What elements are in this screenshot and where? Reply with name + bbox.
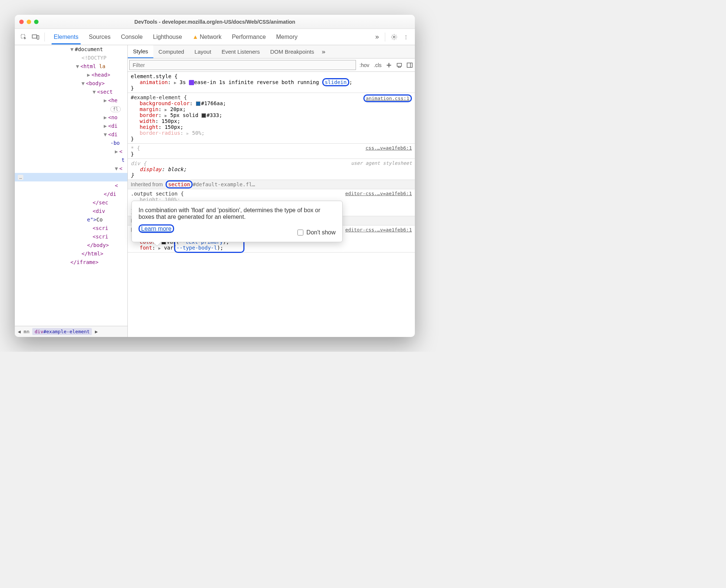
dont-show-checkbox[interactable]	[297, 230, 303, 235]
dom-node[interactable]: </iframe>	[15, 258, 127, 267]
dom-node[interactable]: ▼<body>	[15, 79, 127, 88]
expand-icon[interactable]: ▶	[164, 107, 167, 112]
easing-icon[interactable]	[189, 80, 194, 85]
source-link[interactable]: animation.css:1	[363, 94, 412, 102]
filter-row: :hov .cls	[128, 59, 415, 72]
tab-console[interactable]: Console	[116, 30, 148, 44]
dom-node[interactable]: <scri	[15, 224, 127, 233]
traffic-lights	[19, 20, 39, 24]
inherited-tag[interactable]: section	[168, 181, 190, 187]
tab-computed[interactable]: Computed	[153, 46, 189, 58]
animation-name-link[interactable]: slidein	[325, 79, 347, 85]
dom-node[interactable]: <scri	[15, 233, 127, 241]
color-swatch-icon[interactable]	[196, 101, 200, 106]
expand-icon[interactable]: ▶	[174, 80, 177, 85]
css-property-tooltip: In combination with 'float' and 'positio…	[131, 201, 343, 242]
tab-event-listeners[interactable]: Event Listeners	[216, 46, 265, 58]
dom-node[interactable]: ▼<di	[15, 130, 127, 139]
expand-icon[interactable]: ▶	[159, 246, 161, 251]
more-tabs-icon[interactable]: »	[373, 33, 381, 41]
dom-node[interactable]: ▶<no	[15, 113, 127, 122]
css-declaration[interactable]: display: block;	[131, 166, 412, 172]
css-declaration[interactable]: width: 150px;	[131, 118, 412, 124]
rule-star[interactable]: css.…v=ae1feb6:1 * { }	[128, 144, 415, 159]
css-declaration[interactable]: border-radius: ▶ 50%;	[131, 130, 412, 136]
dom-node[interactable]: </di	[15, 190, 127, 198]
rule-user-agent[interactable]: user agent stylesheet div { display: blo…	[128, 159, 415, 180]
color-swatch-icon[interactable]	[202, 113, 206, 118]
dom-node[interactable]: ▶<head>	[15, 71, 127, 79]
learn-more-link[interactable]: Learn more	[141, 225, 171, 232]
source-link[interactable]: css.…v=ae1feb6:1	[366, 145, 412, 151]
print-media-icon[interactable]	[395, 61, 404, 70]
crumb-next-icon[interactable]: ▶	[95, 329, 98, 334]
maximize-window-button[interactable]	[34, 20, 39, 24]
dom-node[interactable]: e">Co	[15, 216, 127, 224]
gear-icon[interactable]	[389, 32, 399, 42]
dont-show-label: Don't show	[306, 229, 336, 236]
tab-styles[interactable]: Styles	[128, 45, 153, 58]
dom-node[interactable]: <div	[15, 207, 127, 216]
dom-node[interactable]: </body>	[15, 241, 127, 250]
computed-sidebar-icon[interactable]	[405, 61, 414, 70]
dom-tree-panel[interactable]: ▼#document <!DOCTYP ▼<html la ▶<head> ▼<…	[15, 45, 128, 337]
separator	[385, 33, 385, 41]
tab-lighthouse[interactable]: Lighthouse	[148, 30, 187, 44]
main-tabs: Elements Sources Console Lighthouse ▲Net…	[49, 30, 372, 44]
filter-input[interactable]	[129, 60, 356, 70]
tab-dom-breakpoints[interactable]: DOM Breakpoints	[265, 46, 319, 58]
crumb-prev-icon[interactable]: ◀	[18, 329, 21, 334]
crumb-item[interactable]: mn	[24, 329, 30, 334]
tab-performance[interactable]: Performance	[227, 30, 271, 44]
css-var-link[interactable]: --type-body-l	[176, 245, 217, 251]
dom-node[interactable]: ▶<di	[15, 122, 127, 130]
titlebar: DevTools - developer.mozilla.org/en-US/d…	[15, 15, 415, 29]
css-declaration[interactable]: font: ▶ var(--type-body-l);	[131, 245, 412, 251]
rule-close: }	[131, 136, 412, 142]
plus-icon[interactable]	[384, 61, 393, 70]
dom-node[interactable]: <!DOCTYP	[15, 54, 127, 62]
kebab-icon[interactable]: ⋮	[401, 32, 411, 42]
dom-selected-row[interactable]: …	[15, 173, 127, 181]
tab-memory[interactable]: Memory	[271, 30, 303, 44]
tab-sources[interactable]: Sources	[84, 30, 116, 44]
dom-node[interactable]: </html>	[15, 250, 127, 258]
css-declaration[interactable]: margin: ▶ 20px;	[131, 106, 412, 112]
minimize-window-button[interactable]	[27, 20, 31, 24]
dom-node[interactable]: ▶<he	[15, 96, 127, 105]
source-link[interactable]: editor-css.…v=ae1feb6:1	[345, 191, 412, 196]
styles-tabs: Styles Computed Layout Event Listeners D…	[128, 45, 415, 59]
tab-elements[interactable]: Elements	[49, 30, 84, 44]
source-link[interactable]: editor-css.…v=ae1feb6:1	[345, 227, 412, 233]
dom-node[interactable]: ▼<html la	[15, 62, 127, 71]
rule-close: }	[131, 85, 412, 91]
css-declaration[interactable]: animation: ▶ 3s ease-in 1s infinite reve…	[131, 79, 412, 85]
styles-panel: Styles Computed Layout Event Listeners D…	[128, 45, 415, 337]
dom-node[interactable]: ▼#document	[15, 45, 127, 54]
css-declaration[interactable]: border: ▶ 5px solid #333;	[131, 112, 412, 118]
dom-node[interactable]: -bo	[15, 139, 127, 147]
dom-node[interactable]: ▼<	[15, 164, 127, 173]
inspect-icon[interactable]	[19, 32, 29, 42]
hov-button[interactable]: :hov	[357, 61, 372, 70]
device-toggle-icon[interactable]	[30, 32, 41, 42]
css-declaration[interactable]: height: 150px;	[131, 124, 412, 130]
dom-node[interactable]: t	[15, 156, 127, 164]
rule-close: }	[131, 151, 412, 157]
separator	[44, 33, 45, 41]
rule-element-style[interactable]: element.style { animation: ▶ 3s ease-in …	[128, 72, 415, 93]
cls-button[interactable]: .cls	[372, 61, 384, 70]
dom-node[interactable]: ▼<sect	[15, 88, 127, 96]
dom-node[interactable]: <	[15, 181, 127, 190]
close-window-button[interactable]	[19, 20, 24, 24]
rule-example-element[interactable]: animation.css:1 #example-element { backg…	[128, 93, 415, 144]
expand-icon[interactable]: ▶	[164, 113, 167, 118]
dom-node[interactable]: </sec	[15, 198, 127, 207]
dom-node[interactable]: fl	[15, 105, 127, 113]
crumb-item[interactable]: div#example-element	[32, 328, 92, 335]
tab-layout[interactable]: Layout	[189, 46, 216, 58]
dom-node[interactable]: ▶<	[15, 147, 127, 156]
tab-network[interactable]: ▲Network	[187, 30, 227, 44]
inherited-header: Inherited from section#default-example.f…	[128, 180, 415, 189]
more-tabs-icon[interactable]: »	[319, 48, 328, 56]
